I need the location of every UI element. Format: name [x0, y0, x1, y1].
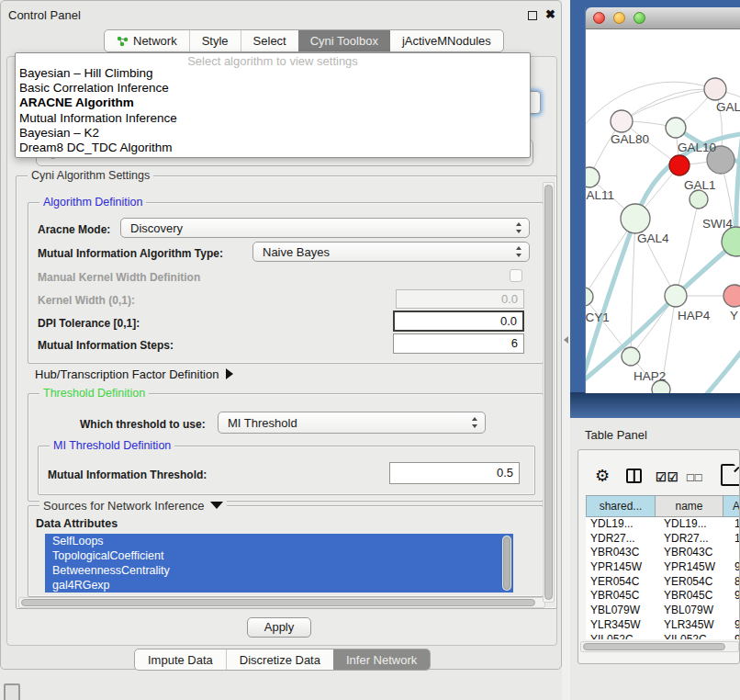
mi-threshold-field[interactable]: 0.5	[389, 462, 520, 484]
top-tab-bar: NetworkStyleSelectCyni ToolboxjActiveMNo…	[104, 29, 504, 52]
table-row[interactable]: YDR27...YDR27...12	[586, 532, 740, 547]
column-header-shared[interactable]: shared...	[586, 495, 656, 517]
zoom-traffic-light-icon[interactable]	[633, 12, 645, 24]
mi-type-combo[interactable]: Naive Bayes	[252, 242, 530, 262]
dock-icon[interactable]	[4, 683, 20, 700]
list-scrollbar[interactable]	[502, 536, 511, 591]
table-panel-title: Table Panel	[585, 428, 647, 442]
tab-cyni-toolbox[interactable]: Cyni Toolbox	[298, 30, 390, 51]
tab-style[interactable]: Style	[189, 30, 241, 51]
hub-section-toggle[interactable]: Hub/Transcription Factor Definition	[35, 367, 233, 381]
attribute-item-selfloops[interactable]: SelfLoops	[45, 534, 513, 548]
node-hap4[interactable]	[665, 285, 687, 307]
combo-arrows-icon	[472, 417, 478, 428]
attribute-item-topologicalcoefficient[interactable]: TopologicalCoefficient	[45, 548, 513, 563]
dpi-tolerance-field[interactable]: 0.0	[393, 310, 524, 332]
tab-discretize-data[interactable]: Discretize Data	[226, 649, 333, 670]
node-label-gal4: GAL4	[637, 231, 669, 245]
kernel-width-label: Kernel Width (0,1):	[38, 294, 135, 307]
select-all-checkboxes-icon[interactable]: ☑☑	[656, 470, 678, 484]
algorithm-definition-group: Algorithm Definition Aracne Mode: Discov…	[28, 202, 544, 364]
close-traffic-light-icon[interactable]	[593, 12, 605, 24]
which-threshold-combo[interactable]: MI Threshold	[218, 412, 486, 434]
minimize-traffic-light-icon[interactable]	[613, 12, 625, 24]
tab-label: Select	[253, 34, 286, 48]
tab-infer-network[interactable]: Infer Network	[333, 649, 430, 670]
table-cell: YPR145W	[586, 560, 656, 575]
network-icon	[117, 36, 129, 47]
column-header-name[interactable]: name	[656, 495, 723, 517]
aracne-mode-combo[interactable]: Discovery	[120, 218, 530, 238]
column-header-a[interactable]: A	[723, 495, 740, 517]
attribute-item-betweennesscentrality[interactable]: BetweennessCentrality	[45, 563, 513, 578]
table-cell: YDL19...	[586, 517, 656, 532]
attribute-item-gal4rgexp[interactable]: gal4RGexp	[45, 578, 513, 593]
algorithm-option-bayesian-hill-climbing[interactable]: Bayesian – Hill Climbing	[16, 66, 530, 81]
table-toolbar: ⚙ ☑☑ □□	[578, 450, 739, 493]
table-row[interactable]: YER054CYER054C8.	[586, 575, 740, 590]
network-canvas[interactable]: GALGAL80GAL10GAL1GAL11GAL4SWI4GCY1HAP4YH…	[586, 29, 740, 393]
algorithm-option-bayesian-k2[interactable]: Bayesian – K2	[16, 126, 530, 141]
control-panel-title: Control Panel	[8, 8, 81, 22]
table-panel-window: ⚙ ☑☑ □□ shared...nameA YDL19...YDL19...1…	[577, 449, 740, 664]
tab-label: Style	[202, 34, 229, 48]
tab-select[interactable]: Select	[241, 30, 298, 51]
table-row[interactable]: YLR345WYLR345W9.	[586, 618, 740, 633]
panel-divider[interactable]	[562, 0, 570, 700]
sources-group-title[interactable]: Sources for Network Inference	[39, 499, 227, 513]
deselect-all-checkboxes-icon[interactable]: □□	[687, 470, 703, 484]
table-cell: 9.	[723, 560, 740, 575]
manual-kernel-checkbox[interactable]	[510, 269, 522, 282]
table-row[interactable]: YBL079WYBL079W	[586, 604, 740, 618]
node-label-swi4: SWI4	[702, 217, 733, 231]
algorithm-option-basic-correlation-inference[interactable]: Basic Correlation Inference	[16, 81, 530, 96]
algorithm-option-mutual-information-inference[interactable]: Mutual Information Inference	[16, 111, 530, 126]
settings-group-title: Cyni Algorithm Settings	[28, 169, 153, 182]
node-pink-top[interactable]	[704, 78, 726, 100]
node-gcy1[interactable]	[586, 288, 593, 306]
table-row[interactable]: YPR145WYPR145W9.	[586, 560, 740, 575]
table-cell: YPR145W	[656, 560, 723, 575]
mi-steps-label: Mutual Information Steps:	[38, 339, 174, 352]
network-desktop-shadow	[570, 392, 740, 418]
divider-collapse-icon[interactable]	[564, 336, 568, 344]
mi-threshold-group: MI Threshold Definition Mutual Informati…	[38, 446, 535, 495]
node-swi4-small[interactable]	[690, 190, 708, 209]
table-cell: 9.	[723, 618, 740, 633]
kernel-width-field[interactable]: 0.0	[396, 289, 524, 309]
apply-button[interactable]: Apply	[247, 617, 311, 638]
table-row[interactable]: YBR045CYBR045C9.	[586, 589, 740, 604]
columns-icon[interactable]	[626, 469, 642, 483]
tab-network[interactable]: Network	[105, 30, 189, 51]
node-label-hap4: HAP4	[678, 309, 711, 322]
close-icon[interactable]: ✖	[545, 7, 555, 21]
table-cell: YBL079W	[586, 604, 656, 618]
table-cell: YIL052C	[656, 633, 723, 640]
node-gal80[interactable]	[611, 110, 633, 132]
threshold-definition-group: Threshold Definition Which threshold to …	[28, 393, 544, 502]
node-gal10[interactable]	[666, 118, 686, 138]
gear-icon[interactable]: ⚙	[595, 466, 610, 486]
algorithm-option-dream8-dc-tdc-algorithm[interactable]: Dream8 DC_TDC Algorithm	[16, 141, 530, 155]
tab-jactivemnodules[interactable]: jActiveMNodules	[390, 30, 503, 51]
table-row[interactable]: YDL19...YDL19...13	[586, 517, 740, 532]
table-header-row: shared...nameA	[586, 495, 740, 517]
data-attributes-list[interactable]: SelfLoopsTopologicalCoefficientBetweenne…	[45, 534, 513, 593]
mi-steps-field[interactable]: 6	[393, 333, 524, 354]
tab-impute-data[interactable]: Impute Data	[135, 649, 226, 670]
export-table-icon[interactable]	[721, 464, 740, 486]
node-salmon[interactable]	[723, 285, 740, 307]
settings-horizontal-scrollbar[interactable]	[18, 597, 545, 608]
float-window-icon[interactable]	[528, 11, 537, 20]
network-window-titlebar[interactable]	[586, 7, 740, 29]
node-hap2[interactable]	[622, 347, 640, 366]
algorithm-option-aracne-algorithm[interactable]: ARACNE Algorithm	[16, 96, 530, 110]
table-row[interactable]: YBR043CYBR043C	[586, 546, 740, 560]
table-horizontal-scrollbar[interactable]	[580, 641, 739, 652]
table-row[interactable]: YIL052CYIL052C9	[586, 633, 740, 640]
table-cell	[723, 546, 740, 560]
mi-type-value: Naive Bayes	[263, 245, 330, 259]
node-red[interactable]	[669, 155, 690, 175]
settings-vertical-scrollbar[interactable]	[543, 182, 555, 603]
node-gal4[interactable]	[621, 204, 650, 233]
